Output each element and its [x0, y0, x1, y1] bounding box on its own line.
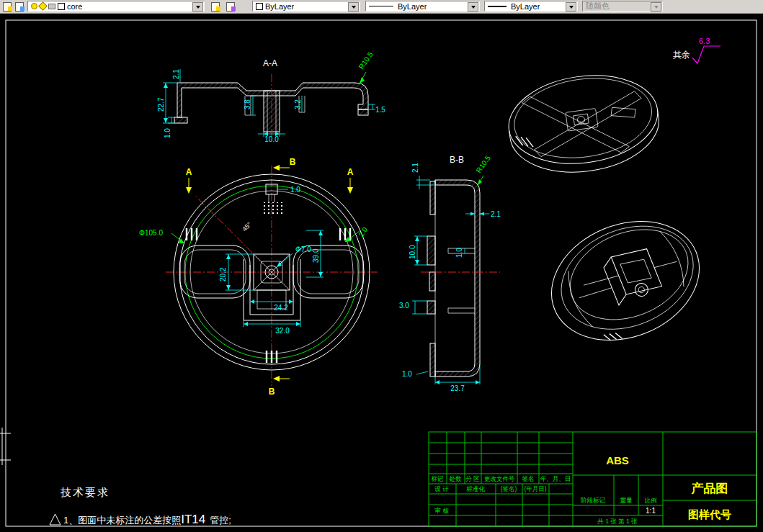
col-zone: 分 区	[465, 475, 479, 482]
iso-bottom-vents	[604, 329, 623, 345]
title-block: 标记 处数 分 区 更改文件号 签名 年、月、日 设 计 标准化 (签名) (年…	[429, 432, 757, 526]
linetype-dropdown-arrow[interactable]	[468, 2, 478, 12]
hint-date: (年月日)	[524, 485, 546, 492]
roughness-value: 6.3	[699, 37, 710, 45]
dim-dia-7: Φ7.0	[295, 245, 311, 253]
layer-dropdown-arrow[interactable]	[192, 2, 203, 12]
layer-previous-button[interactable]	[225, 1, 236, 12]
linetype-select[interactable]: ByLayer	[365, 1, 480, 12]
plot-style-select: 随颜色	[582, 1, 663, 12]
linetype-combo-value: ByLayer	[398, 2, 427, 11]
color-dropdown-arrow[interactable]	[348, 2, 359, 12]
dim-r10-5-bb: R10.5	[475, 154, 493, 175]
top-view-dimensions: Φ105.0 45° Φ7.0 39.0 20.2 24.2	[139, 186, 369, 335]
vent-slots	[187, 228, 350, 363]
lineweight-preview	[488, 6, 507, 7]
section-aa-label: A-A	[263, 58, 277, 68]
dim-1-0-rib: 1.0	[455, 248, 463, 258]
color-select[interactable]: ByLayer	[252, 1, 360, 12]
surface-finish-prefix: 其余	[673, 50, 690, 60]
dim-r10-5: R10.5	[357, 50, 375, 71]
dim-3-0: 3.0	[399, 302, 409, 310]
revision-triangle	[50, 514, 61, 525]
dim-32-0: 32.0	[275, 327, 290, 335]
label-stage: 阶段标记	[581, 497, 606, 504]
dim-45deg: 45°	[241, 220, 253, 233]
dim-3-2: 3.2	[294, 99, 302, 109]
section-bb-label: B-B	[450, 155, 464, 165]
col-count: 处数	[450, 475, 463, 482]
hint-sign: (签名)	[501, 485, 517, 492]
tech-req-item-1: 1、图面中未标注的公差按照IT14管控;	[63, 513, 231, 526]
layer-combo-value: core	[67, 2, 82, 11]
dim-1-5: 1.5	[375, 106, 385, 114]
section-markers: A A B B	[186, 157, 354, 397]
dim-24-2: 24.2	[274, 304, 288, 312]
material-value: ABS	[606, 454, 629, 466]
surface-finish-note: 其余 6.3	[673, 37, 720, 63]
col-sign: 签名	[522, 475, 535, 482]
row-standardize: 标准化	[466, 485, 485, 492]
section-aa-view: A-A 2.1 22.7 1.0 3.	[157, 50, 385, 143]
top-plan-view: A A B B Φ105.0 45° Φ7.0	[139, 157, 378, 397]
section-bb-details	[435, 180, 475, 377]
section-bb-view: B-B 2.1 R10.5 2.1	[399, 154, 501, 392]
label-scale: 比例	[645, 497, 657, 504]
roughness-symbol	[692, 46, 720, 63]
dim-dia-105: Φ105.0	[139, 229, 163, 237]
sheet-info: 共 1 张 第 1 张	[597, 518, 638, 525]
title-block-text: 标记 处数 分 区 更改文件号 签名 年、月、日 设 计 标准化 (签名) (年…	[432, 454, 732, 525]
dim-39-0: 39.0	[312, 248, 320, 263]
dim-2-1-top: 2.1	[411, 163, 419, 173]
layer-freeze-icon[interactable]	[38, 1, 48, 11]
dim-23-7: 23.7	[450, 384, 465, 392]
color-combo-value: ByLayer	[265, 2, 294, 11]
col-file-no: 更改文件号	[484, 475, 515, 482]
section-bb-dimensions: 2.1 R10.5 2.1 10.0 1.0 3.0 1.0	[399, 154, 501, 392]
row-check: 审 核	[434, 507, 449, 514]
row-design: 设 计	[434, 485, 449, 492]
lineweight-dropdown-arrow[interactable]	[566, 2, 576, 12]
marker-a-right: A	[347, 167, 354, 177]
marker-b-top: B	[290, 157, 296, 167]
dim-22-7: 22.7	[157, 97, 165, 112]
layer-select[interactable]: core	[27, 1, 205, 12]
dim-3-8: 3.8	[244, 99, 251, 109]
dim-1-0-bbfoot: 1.0	[402, 370, 412, 378]
iso-battery-box	[601, 243, 662, 305]
col-date: 年、月、日	[540, 475, 571, 482]
dim-1-0-foot: 1.0	[164, 128, 171, 138]
layer-properties-button[interactable]	[1, 1, 13, 12]
marker-b-bottom: B	[269, 387, 275, 397]
marker-a-left: A	[186, 167, 192, 177]
dim-10-0: 10.0	[264, 135, 279, 143]
plot-style-combo-value: 随颜色	[586, 1, 610, 12]
dim-2-1-side: 2.1	[491, 210, 501, 218]
current-color-swatch	[256, 3, 263, 10]
layer-on-icon[interactable]	[31, 3, 37, 9]
make-object-layer-current-button[interactable]	[210, 1, 221, 12]
lineweight-combo-value: ByLayer	[511, 2, 540, 11]
layer-lock-icon[interactable]	[48, 4, 55, 9]
tech-req-title: 技术要求	[61, 486, 110, 498]
dim-10-0-bb: 10.0	[409, 245, 416, 259]
top-clip	[261, 184, 284, 215]
col-mark: 标记	[432, 475, 445, 482]
layer-states-button[interactable]	[14, 1, 25, 12]
dim-1-0-clip: 1.0	[290, 186, 300, 194]
dim-2-1: 2.1	[172, 69, 180, 79]
dim-20-2: 20.2	[219, 267, 227, 281]
sheet-frame	[0, 20, 757, 526]
object-properties-toolbar: core ByLayer ByLayer ByLayer 随颜色	[0, 0, 763, 14]
cad-application-window: 其余 6.3 A-A 2.1 22.7 1.0	[0, 0, 763, 532]
layer-color-swatch	[58, 3, 65, 10]
iso-view-bottom	[533, 200, 717, 361]
speaker-hole-grid	[261, 202, 284, 215]
tech-requirements: 技术要求 1、图面中未标注的公差按照IT14管控;	[50, 486, 231, 526]
lineweight-select[interactable]: ByLayer	[484, 1, 578, 12]
linetype-preview	[369, 6, 393, 6]
label-weight: 重量	[620, 497, 633, 504]
drawing-name: 产品图	[691, 482, 728, 495]
plot-style-dropdown-arrow	[651, 2, 661, 12]
drawing-canvas[interactable]: 其余 6.3 A-A 2.1 22.7 1.0	[0, 0, 763, 532]
